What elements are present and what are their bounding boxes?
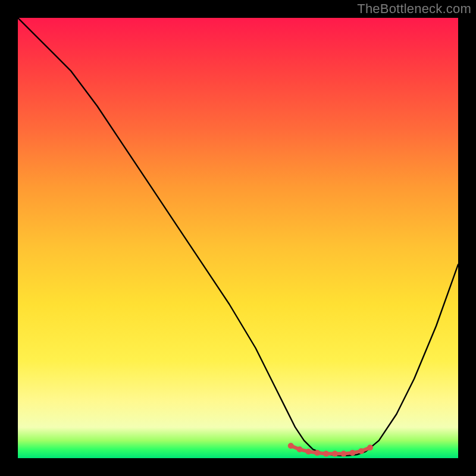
- optimal-marker-dot: [288, 443, 294, 449]
- optimal-marker-dot: [332, 451, 338, 457]
- optimal-marker-dot: [367, 444, 373, 450]
- bottleneck-curve-line: [18, 18, 458, 456]
- optimal-marker-dot: [305, 449, 311, 455]
- optimal-marker-dot: [349, 450, 355, 456]
- optimal-band-markers: [288, 443, 373, 456]
- watermark-text: TheBottleneck.com: [357, 1, 471, 17]
- plot-area: [18, 18, 458, 458]
- optimal-marker-dot: [314, 450, 320, 456]
- optimal-marker-dot: [297, 446, 303, 452]
- bottleneck-chart: [18, 18, 458, 458]
- optimal-marker-dot: [341, 451, 347, 457]
- optimal-marker-dot: [358, 448, 364, 454]
- optimal-marker-dot: [323, 451, 329, 457]
- page-frame: TheBottleneck.com: [0, 0, 476, 476]
- optimal-band-line: [291, 446, 370, 453]
